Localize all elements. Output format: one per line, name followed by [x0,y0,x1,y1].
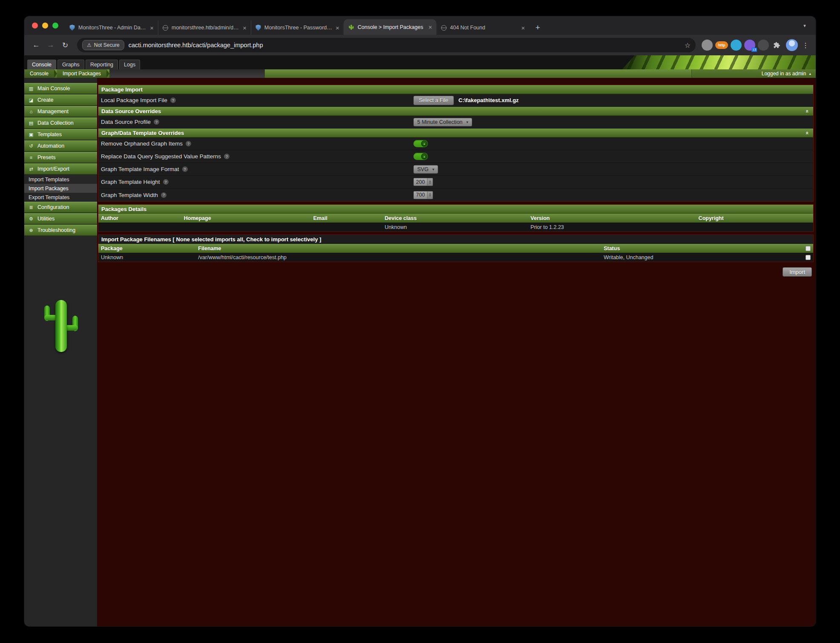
tab-strip: MonitorsThree - Admin Dashb × monitorsth… [24,16,816,35]
section-header-graph-template-overrides: Graph/Data Template Overrides « [98,129,813,137]
tab-close-icon[interactable]: × [335,25,339,31]
sidebar: ▥ Main Console ◪ Create ⌂ Management ▤ D… [24,78,97,626]
tab-close-icon[interactable]: × [521,25,525,31]
address-bar[interactable]: ⚠ Not Secure cacti.monitorsthree.htb/cac… [77,38,696,52]
template-width-input[interactable]: 700 ▴▾ [413,191,433,199]
data-source-profile-select[interactable]: 5 Minute Collection ▾ [413,118,472,126]
sidebar-item-presets[interactable]: ≡ Presets [24,152,97,163]
exchange-icon: ⇄ [28,166,34,172]
login-status[interactable]: Logged in as admin ▴ [691,69,816,78]
column-header-email: Email [311,215,382,221]
extensions-puzzle-icon[interactable] [771,40,783,51]
extension-icon-4[interactable] [758,40,769,51]
tab-console[interactable]: Console [27,60,56,69]
back-button[interactable]: ← [29,38,43,52]
extension-http-icon[interactable]: http [715,41,728,49]
filenames-header-row: Package Filename Status [98,244,813,253]
collapse-icon[interactable]: « [805,110,810,113]
help-icon[interactable]: ? [186,141,191,146]
sidebar-subitem-export-templates[interactable]: Export Templates [24,193,97,202]
help-icon[interactable]: ? [154,119,159,125]
chart-icon: ◪ [28,97,34,103]
close-window-button[interactable] [32,23,38,29]
tab-title: MonitorsThree - Password Re [264,25,332,31]
import-button[interactable]: Import [783,267,812,277]
extension-icon-2[interactable] [731,40,742,51]
sidebar-item-configuration[interactable]: ≣ Configuration [24,202,97,213]
new-tab-button[interactable]: + [532,22,544,34]
extension-icon-1[interactable] [702,40,713,51]
help-icon[interactable]: ? [170,97,176,103]
breadcrumb-import-packages[interactable]: Import Packages [57,69,106,78]
tab-logs[interactable]: Logs [119,60,140,69]
spinner-icon[interactable]: ▴▾ [427,178,433,186]
help-icon[interactable]: ? [182,166,188,172]
profile-avatar[interactable] [786,39,798,51]
sidebar-item-create[interactable]: ◪ Create [24,94,97,106]
select-all-checkbox[interactable] [806,246,811,251]
tab-close-icon[interactable]: × [243,25,247,31]
sidebar-item-templates[interactable]: ▣ Templates [24,129,97,140]
browser-tab[interactable]: monitorsthree.htb/admin/db.p × [158,20,251,35]
column-header-author: Author [98,215,181,221]
collapse-icon[interactable]: « [805,131,810,134]
column-header-package: Package [98,246,195,251]
sidebar-item-utilities[interactable]: ⚙ Utilities [24,213,97,224]
help-icon[interactable]: ? [161,192,166,198]
tab-close-icon[interactable]: × [428,24,432,30]
zoom-window-button[interactable] [52,23,58,29]
cacti-logo [40,300,82,353]
security-chip[interactable]: ⚠ Not Secure [82,40,124,50]
sidebar-item-automation[interactable]: ↺ Automation [24,140,97,151]
sidebar-item-management[interactable]: ⌂ Management [24,106,97,117]
browser-tab-active[interactable]: Console > Import Packages × [344,19,436,35]
extension-icon-3[interactable]: 13 [744,40,755,51]
row-remove-orphaned-graph-items: Remove Orphaned Graph Items ? ▴ [98,137,813,150]
forward-button[interactable]: → [44,38,57,52]
url-text[interactable]: cacti.monitorsthree.htb/cacti/package_im… [129,42,680,49]
sidebar-item-main-console[interactable]: ▥ Main Console [24,83,97,94]
help-icon[interactable]: ? [163,179,169,185]
section-header-data-source-overrides: Data Source Overrides « [98,107,813,116]
globe-icon [441,25,447,31]
caret-up-icon: ▴ [809,71,811,76]
browser-tab[interactable]: MonitorsThree - Password Re × [251,20,344,35]
spinner-icon[interactable]: ▴▾ [427,191,433,199]
packages-details-header-row: Author Homepage Email Device class Versi… [98,214,813,223]
image-format-select[interactable]: SVG ▾ [413,165,438,174]
browser-tab[interactable]: MonitorsThree - Admin Dashb × [65,20,158,35]
replace-patterns-toggle[interactable]: ▴ [413,153,428,160]
packages-details-row: Unknown Prior to 1.2.23 [98,223,813,231]
tab-reporting[interactable]: Reporting [86,60,118,69]
sidebar-subitem-import-packages[interactable]: Import Packages [24,184,97,193]
sidebar-item-troubleshooting[interactable]: ⊕ Troubleshooting [24,225,97,236]
row-replace-data-query-patterns: Replace Data Query Suggested Value Patte… [98,150,813,163]
template-height-input[interactable]: 200 ▴▾ [413,178,433,186]
clone-icon: ▣ [28,132,34,137]
cacti-icon [348,24,354,30]
bookmark-star-icon[interactable]: ☆ [685,41,691,49]
sidebar-item-import-export[interactable]: ⇄ Import/Export [24,163,97,174]
globe-icon [163,25,168,31]
tab-search-button[interactable]: ▾ [800,20,810,31]
tab-graphs[interactable]: Graphs [57,60,84,69]
help-icon[interactable]: ? [224,154,229,159]
remove-orphaned-toggle[interactable]: ▴ [413,140,428,147]
select-file-button[interactable]: Select a File [413,96,454,105]
row-local-package-import-file: Local Package Import File ? Select a Fil… [98,94,813,107]
menu-kebab-icon[interactable]: ⋮ [800,38,811,52]
browser-window: MonitorsThree - Admin Dashb × monitorsth… [24,16,816,626]
row-select-checkbox[interactable] [806,255,811,260]
breadcrumb: Console Import Packages Logged in as adm… [24,69,816,78]
breadcrumb-console[interactable]: Console [24,69,54,78]
breadcrumb-inset [109,69,265,78]
tab-title: Console > Import Packages [358,24,425,30]
sidebar-item-data-collection[interactable]: ▤ Data Collection [24,117,97,129]
browser-tab[interactable]: 404 Not Found × [436,20,529,35]
sidebar-subitem-import-templates[interactable]: Import Templates [24,175,97,184]
tab-close-icon[interactable]: × [150,25,154,31]
reload-button[interactable]: ↻ [58,38,72,52]
shield-icon [69,25,75,31]
filename-row: Unknown /var/www/html/cacti/resource/tes… [98,253,813,262]
minimize-window-button[interactable] [42,23,48,29]
